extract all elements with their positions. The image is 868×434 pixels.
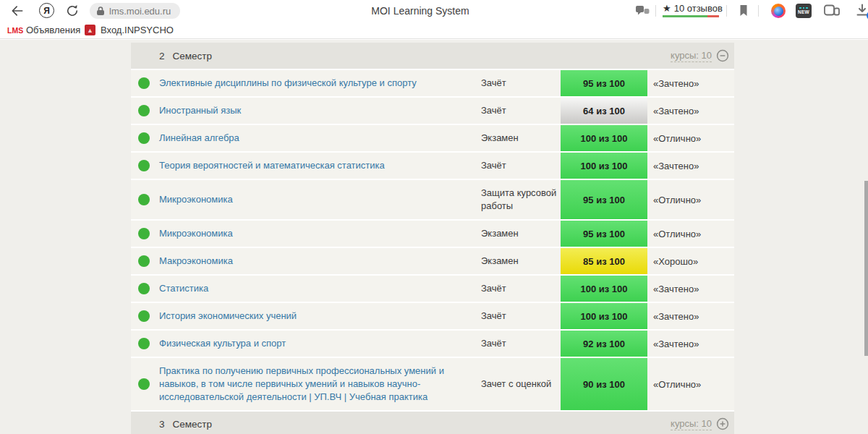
course-link[interactable]: Практика по получению первичных професси… (159, 365, 445, 404)
course-link[interactable]: Физическая культура и спорт (159, 337, 286, 350)
assessment-type: Экзамен (481, 125, 561, 151)
assessment-type: Зачёт (481, 331, 561, 357)
site-reviews-icon[interactable] (635, 4, 650, 17)
new-icon-dots (799, 7, 808, 9)
grade-text: «Зачтено» (647, 331, 734, 357)
semester-3-header: 3 Семестр курсы: 10 (131, 410, 734, 434)
status-dot-icon (138, 228, 150, 239)
course-name-cell: Физическая культура и спорт (159, 331, 481, 357)
score-text: 90 из 100 (583, 379, 625, 390)
grade-text: «Отлично» (647, 180, 734, 219)
yandex-button[interactable]: Я (39, 3, 54, 18)
download-icon[interactable]: 2 (855, 3, 868, 19)
course-row: Иностранный язык Зачёт 64 из 100 «Зачтен… (131, 96, 734, 124)
course-link[interactable]: История экономических учений (159, 310, 297, 323)
course-link[interactable]: Теория вероятностей и математическая ста… (159, 159, 385, 172)
bookmarks-bar: LMS Объявления ▲ Вход.INPSYCHO (0, 22, 868, 39)
score-badge: 95 из 100 (561, 70, 647, 96)
status-cell (131, 331, 159, 357)
grade-text: «Зачтено» (647, 153, 734, 179)
extension-browser-icon[interactable] (771, 4, 786, 18)
grade-text: «Зачтено» (647, 276, 734, 302)
semester-title: Семестр (173, 419, 213, 430)
course-link[interactable]: Иностранный язык (159, 104, 241, 117)
refresh-button[interactable] (65, 4, 80, 18)
grade-text: «Зачтено» (647, 70, 734, 96)
bookmark-item-inpsycho[interactable]: Вход.INPSYCHO (101, 25, 174, 35)
scrollbar-thumb[interactable] (864, 181, 868, 356)
course-link[interactable]: Элективные дисциплины по физической куль… (159, 77, 417, 90)
course-name-cell: Микроэкономика (159, 221, 481, 247)
course-name-cell: Практика по получению первичных професси… (159, 358, 481, 410)
status-cell (131, 153, 159, 179)
semester-number: 3 (159, 419, 165, 430)
course-link[interactable]: Макроэкономика (159, 255, 233, 268)
score-text: 92 из 100 (583, 339, 625, 349)
toolbar-separator (655, 5, 656, 17)
tab-groups-icon[interactable] (824, 4, 840, 17)
page-content: 2 Семестр курсы: 10 Элективные дисциплин… (0, 40, 868, 434)
grade-text: «Зачтено» (647, 98, 734, 124)
reviews-rating[interactable]: ★ 10 отзывов (663, 3, 720, 17)
courses-count-link[interactable]: курсы: 10 (671, 418, 712, 430)
course-name-cell: Статистика (159, 276, 481, 302)
score-badge: 64 из 100 (561, 98, 647, 124)
status-cell (131, 98, 159, 124)
score-badge: 100 из 100 (561, 125, 647, 151)
course-name-cell: Теория вероятностей и математическая ста… (159, 153, 481, 179)
bookmark-item-announcements[interactable]: Объявления (26, 25, 80, 35)
grade-text: «Отлично» (647, 125, 734, 151)
lock-icon (96, 6, 105, 16)
status-cell (131, 70, 159, 96)
course-link[interactable]: Микроэкономика (159, 193, 233, 206)
score-text: 100 из 100 (580, 161, 627, 171)
semester-number: 2 (159, 51, 165, 61)
status-cell (131, 276, 159, 302)
status-dot-icon (138, 132, 150, 144)
course-row: Практика по получению первичных професси… (131, 357, 734, 410)
expand-icon[interactable] (716, 417, 729, 430)
status-dot-icon (138, 105, 150, 116)
extension-new-icon[interactable]: NEW (796, 4, 812, 18)
course-link[interactable]: Линейная алгебра (159, 132, 239, 145)
course-name-cell: Микроэкономика (159, 180, 481, 219)
courses-count-link[interactable]: курсы: 10 (671, 50, 712, 62)
status-dot-icon (138, 338, 150, 349)
score-text: 95 из 100 (583, 229, 625, 239)
score-badge: 100 из 100 (561, 153, 647, 179)
course-row: Линейная алгебра Экзамен 100 из 100 «Отл… (131, 124, 734, 151)
course-name-cell: Элективные дисциплины по физической куль… (159, 70, 481, 96)
status-cell (131, 125, 159, 151)
status-cell (131, 248, 159, 274)
assessment-type: Зачёт (481, 303, 561, 329)
course-row: История экономических учений Зачёт 100 и… (131, 302, 734, 329)
url-text: lms.moi.edu.ru (109, 6, 171, 17)
collapse-icon[interactable] (716, 49, 729, 62)
bookmark-icon[interactable] (739, 4, 749, 17)
course-name-cell: Линейная алгебра (159, 125, 481, 151)
course-link[interactable]: Микроэкономика (159, 227, 233, 240)
score-badge: 90 из 100 (561, 358, 647, 410)
course-link[interactable]: Статистика (159, 282, 208, 295)
course-row: Микроэкономика Защита курсовой работы 95… (131, 179, 734, 219)
course-name-cell: Макроэкономика (159, 248, 481, 274)
course-row: Макроэкономика Экзамен 85 из 100 «Хорошо… (131, 247, 734, 274)
semester-title: Семестр (173, 51, 213, 61)
star-icon: ★ (663, 3, 671, 14)
score-badge: 100 из 100 (561, 303, 647, 329)
score-badge: 85 из 100 (561, 248, 647, 274)
address-bar[interactable]: lms.moi.edu.ru (90, 3, 180, 19)
score-text: 95 из 100 (583, 195, 625, 205)
grade-text: «Отлично» (647, 221, 734, 247)
back-button[interactable] (10, 4, 25, 18)
score-text: 64 из 100 (583, 106, 625, 116)
reviews-label: 10 отзывов (674, 3, 723, 14)
page-title: MOI Learning System (371, 5, 469, 17)
course-row: Микроэкономика Экзамен 95 из 100 «Отличн… (131, 219, 734, 247)
assessment-type: Зачёт (481, 276, 561, 302)
assessment-type: Зачёт (481, 153, 561, 179)
grade-text: «Отлично» (647, 358, 734, 410)
status-dot-icon (138, 283, 150, 294)
course-name-cell: Иностранный язык (159, 98, 481, 124)
score-text: 100 из 100 (580, 133, 627, 144)
